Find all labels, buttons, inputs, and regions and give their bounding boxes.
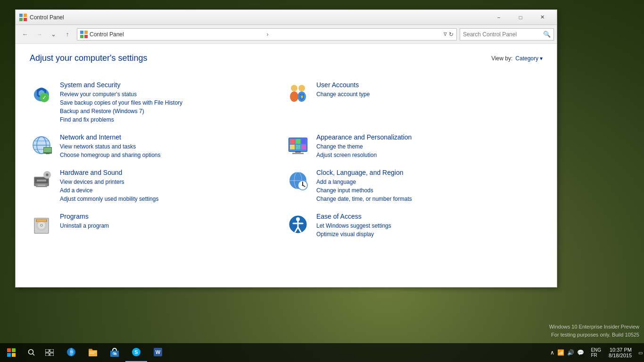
clock-language-link-2[interactable]: Change date, time, or number formats [316,195,412,203]
maximize-button[interactable]: □ [510,10,531,25]
content-area: Adjust your computer's settings View by:… [16,44,557,287]
network-tray-icon[interactable]: 📶 [557,349,564,356]
svg-rect-27 [290,139,295,144]
network-internet-title[interactable]: Network and Internet [60,133,160,141]
view-by-control: View by: Category ▾ [491,55,543,62]
ease-of-access-title[interactable]: Ease of Access [316,213,391,220]
ease-of-access-icon [286,213,310,236]
taskbar-task-view-button[interactable] [41,343,58,362]
system-security-title[interactable]: System and Security [60,81,182,89]
ease-of-access-link-1[interactable]: Optimize visual display [316,230,391,239]
svg-point-55 [41,225,42,226]
volume-tray-icon[interactable]: 🔊 [567,349,574,356]
watermark-line1: Windows 10 Enterprise Insider Preview [549,324,639,329]
taskbar-app-store[interactable]: 🛍 [104,343,125,362]
svg-point-42 [47,174,48,175]
category-appearance: Appearance and Personalization Change th… [286,129,543,164]
category-ease-of-access: Ease of Access Let Windows suggest setti… [286,208,543,243]
refresh-button[interactable]: ↻ [449,31,454,38]
notification-area[interactable]: ▭ [636,343,644,362]
svg-rect-23 [44,148,51,152]
sys-tray: ∧ 📶 🔊 💬 [546,349,588,356]
back-button[interactable]: ← [18,28,32,41]
svg-text:★: ★ [300,95,304,99]
close-button[interactable]: ✕ [531,10,553,25]
svg-rect-57 [37,220,46,222]
lang-secondary: FR [591,353,601,358]
svg-rect-72 [45,353,49,356]
taskbar-app-skype[interactable]: S [125,343,147,362]
system-security-text: System and Security Review your computer… [60,81,182,124]
svg-rect-32 [301,145,306,149]
recent-dropdown-button[interactable]: ⌄ [47,28,60,41]
address-icon [80,31,88,38]
svg-rect-31 [296,145,300,149]
network-internet-text: Network and Internet View network status… [60,133,160,159]
address-bar[interactable]: Control Panel › ∇ ↻ [77,28,457,41]
view-by-dropdown[interactable]: Category ▾ [515,55,543,62]
hardware-sound-icon [30,169,53,192]
address-dropdown-arrow[interactable]: ∇ [444,32,447,37]
hardware-sound-link-0[interactable]: View devices and printers [60,178,158,186]
svg-text:🛍: 🛍 [113,352,116,356]
hardware-sound-link-1[interactable]: Add a device [60,186,158,195]
appearance-link-1[interactable]: Adjust screen resolution [316,151,412,159]
system-security-link-0[interactable]: Review your computer's status [60,90,182,99]
search-icon[interactable]: 🔍 [543,31,551,38]
window-title: Control Panel [30,14,488,21]
programs-link-0[interactable]: Uninstall a program [60,222,109,230]
search-box[interactable]: 🔍 [460,28,554,41]
svg-rect-28 [296,139,300,144]
network-internet-link-1[interactable]: Choose homegroup and sharing options [60,151,160,159]
svg-text:W: W [156,349,161,355]
address-arrow: › [267,31,442,38]
categories-grid: ✓ System and Security Review your comput… [30,76,543,243]
clock-date: 8/18/2015 [609,353,632,358]
appearance-link-0[interactable]: Change the theme [316,142,412,151]
hardware-sound-title[interactable]: Hardware and Sound [60,169,158,176]
svg-point-49 [302,185,304,186]
language-indicator[interactable]: ENG FR [588,347,604,358]
forward-button[interactable]: → [33,28,46,41]
svg-rect-71 [50,349,54,352]
svg-point-75 [70,351,73,354]
system-security-link-3[interactable]: Find and fix problems [60,115,182,124]
svg-rect-29 [301,139,306,144]
taskbar-clock[interactable]: 10:37 PM 8/18/2015 [604,347,636,358]
control-panel-window: Control Panel − □ ✕ ← → ⌄ ↑ Control Pane… [15,9,557,288]
hardware-sound-link-2[interactable]: Adjust commonly used mobility settings [60,195,158,203]
taskbar-app-file-explorer[interactable] [82,343,104,362]
lang-primary: ENG [591,347,601,353]
appearance-title[interactable]: Appearance and Personalization [316,133,412,141]
nav-bar: ← → ⌄ ↑ Control Panel › ∇ ↻ 🔍 [16,25,557,44]
programs-title[interactable]: Programs [60,213,109,220]
svg-text:S: S [134,349,138,355]
start-button[interactable] [0,343,23,362]
clock-language-title[interactable]: Clock, Language, and Region [316,169,412,176]
minimize-button[interactable]: − [488,10,510,25]
taskbar-app-browser[interactable] [60,343,82,362]
page-heading: Adjust your computer's settings View by:… [30,53,543,63]
svg-rect-77 [90,352,96,353]
clock-language-link-1[interactable]: Change input methods [316,186,412,195]
user-accounts-title[interactable]: User Accounts [316,81,370,89]
ease-of-access-link-0[interactable]: Let Windows suggest settings [316,222,391,230]
up-button[interactable]: ↑ [61,28,74,41]
network-internet-link-0[interactable]: View network status and tasks [60,142,160,151]
clock-language-link-0[interactable]: Add a language [316,178,412,186]
taskbar-search-button[interactable] [23,343,41,362]
tray-expand-icon[interactable]: ∧ [550,349,554,356]
user-accounts-link-0[interactable]: Change account type [316,90,370,99]
message-tray-icon[interactable]: 💬 [577,349,584,356]
category-network-internet: Network and Internet View network status… [30,129,286,164]
watermark-line2: For testing purposes only. Build 10525 [551,332,639,337]
system-security-link-2[interactable]: Backup and Restore (Windows 7) [60,107,182,115]
taskbar-app-word[interactable]: W [147,343,169,362]
category-clock-language: Clock, Language, and Region Add a langua… [286,164,543,208]
svg-rect-6 [80,35,83,38]
svg-rect-5 [84,31,88,34]
search-input[interactable] [463,31,543,38]
appearance-text: Appearance and Personalization Change th… [316,133,412,159]
system-security-link-1[interactable]: Save backup copies of your files with Fi… [60,99,182,107]
svg-rect-0 [19,14,23,17]
